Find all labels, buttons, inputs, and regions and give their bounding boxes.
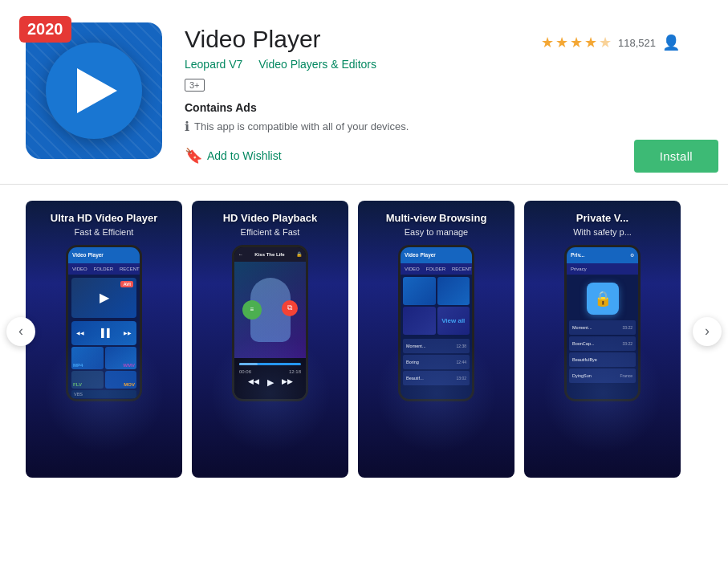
screenshots-section: ‹ Ultra HD Video Player Fast & Efficient… — [0, 185, 728, 478]
person-icon: 👤 — [662, 34, 680, 51]
screenshot-4: Private V... With safety p... Priv... ⚙ … — [524, 201, 681, 478]
star-rating: ★ ★ ★ ★ ★ — [541, 34, 612, 51]
wishlist-icon: 🔖 — [185, 147, 202, 165]
star-2: ★ — [555, 34, 568, 51]
app-header: 2020 Video Player Leopard V7 Video Playe… — [0, 0, 728, 184]
screenshot-1-bg: Ultra HD Video Player Fast & Efficient V… — [26, 201, 182, 478]
screenshot-3-bg: Multi-view Browsing Easy to manage Video… — [358, 201, 514, 478]
screenshot-2-bg: HD Video Playback Efficient & Fast ← Kis… — [192, 201, 348, 478]
screenshots-scroll: Ultra HD Video Player Fast & Efficient V… — [0, 201, 728, 478]
scroll-right-button[interactable]: › — [693, 317, 722, 346]
compat-text: This app is compatible with all of your … — [194, 120, 409, 132]
play-icon — [77, 68, 117, 113]
app-meta-row: Leopard V7 Video Players & Editors — [185, 58, 702, 71]
screenshot-4-title: Private V... — [570, 201, 635, 227]
wishlist-button[interactable]: 🔖 Add to Wishlist — [185, 147, 282, 165]
compat-row: ℹ This app is compatible with all of you… — [185, 119, 702, 134]
spotlight-3 — [376, 333, 497, 454]
screenshot-2-title: HD Video Playback — [217, 201, 324, 227]
star-4: ★ — [584, 34, 597, 51]
spotlight-1 — [44, 333, 165, 454]
spotlight-2 — [210, 333, 331, 454]
screenshot-1-title: Ultra HD Video Player — [44, 201, 164, 227]
rating-count: 118,521 — [618, 37, 656, 49]
contains-ads-label: Contains Ads — [185, 101, 702, 114]
compat-icon: ℹ — [185, 119, 189, 134]
app-icon — [26, 22, 162, 159]
screenshot-4-bg: Private V... With safety p... Priv... ⚙ … — [524, 201, 681, 478]
scroll-left-button[interactable]: ‹ — [6, 317, 35, 346]
screenshot-3-title: Multi-view Browsing — [380, 201, 494, 227]
screenshot-3-subtitle: Easy to manage — [398, 227, 475, 242]
icon-circle — [46, 43, 142, 139]
developer-link[interactable]: Leopard V7 — [185, 58, 242, 71]
screenshot-2: HD Video Playback Efficient & Fast ← Kis… — [192, 201, 348, 478]
wishlist-label: Add to Wishlist — [207, 149, 282, 162]
screenshot-2-subtitle: Efficient & Fast — [234, 227, 307, 242]
spotlight-4 — [543, 333, 663, 454]
app-icon-wrapper: 2020 — [26, 22, 162, 159]
star-1: ★ — [541, 34, 554, 51]
star-half: ★ — [599, 34, 612, 51]
content-rating-badge: 3+ — [185, 79, 205, 92]
year-badge: 2020 — [19, 16, 71, 43]
screenshot-3: Multi-view Browsing Easy to manage Video… — [358, 201, 514, 478]
screenshot-1: Ultra HD Video Player Fast & Efficient V… — [26, 201, 182, 478]
actions-row: 🔖 Add to Wishlist Install — [185, 147, 702, 165]
left-arrow-icon: ‹ — [18, 323, 23, 340]
screenshot-1-subtitle: Fast & Efficient — [68, 227, 140, 242]
category-link[interactable]: Video Players & Editors — [258, 58, 376, 71]
star-3: ★ — [570, 34, 583, 51]
screenshot-4-subtitle: With safety p... — [567, 227, 638, 242]
right-arrow-icon: › — [705, 323, 710, 340]
install-button[interactable]: Install — [634, 140, 718, 173]
meta-separator — [247, 58, 254, 71]
